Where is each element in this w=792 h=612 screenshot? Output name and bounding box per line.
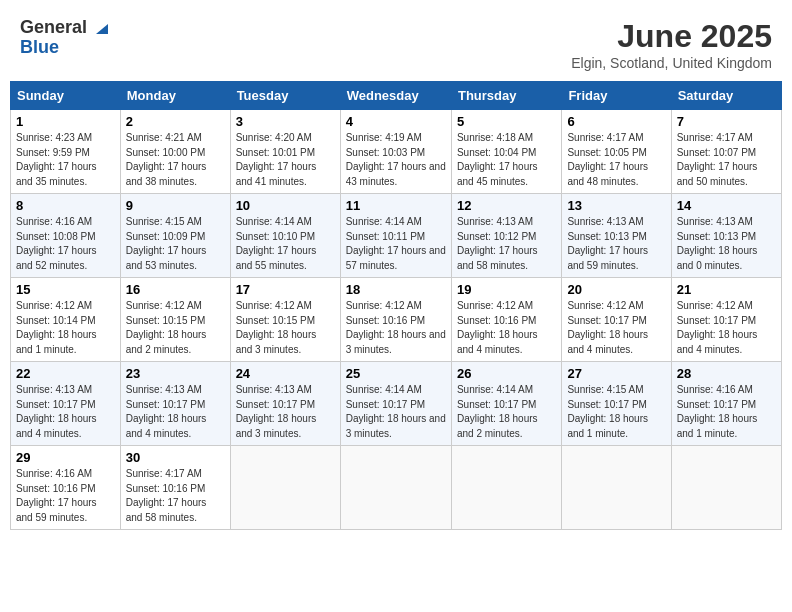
- day-info: Sunrise: 4:12 AMSunset: 10:16 PMDaylight…: [457, 299, 556, 357]
- day-info: Sunrise: 4:13 AMSunset: 10:13 PMDaylight…: [677, 215, 776, 273]
- calendar-cell: 18Sunrise: 4:12 AMSunset: 10:16 PMDaylig…: [340, 278, 451, 362]
- calendar-cell: 19Sunrise: 4:12 AMSunset: 10:16 PMDaylig…: [451, 278, 561, 362]
- calendar-cell: 26Sunrise: 4:14 AMSunset: 10:17 PMDaylig…: [451, 362, 561, 446]
- calendar-cell: 16Sunrise: 4:12 AMSunset: 10:15 PMDaylig…: [120, 278, 230, 362]
- day-number: 19: [457, 282, 556, 297]
- weekday-header-monday: Monday: [120, 82, 230, 110]
- day-info: Sunrise: 4:16 AMSunset: 10:16 PMDaylight…: [16, 467, 115, 525]
- weekday-header-wednesday: Wednesday: [340, 82, 451, 110]
- day-number: 24: [236, 366, 335, 381]
- day-info: Sunrise: 4:17 AMSunset: 10:07 PMDaylight…: [677, 131, 776, 189]
- calendar-cell: 24Sunrise: 4:13 AMSunset: 10:17 PMDaylig…: [230, 362, 340, 446]
- day-number: 27: [567, 366, 665, 381]
- day-number: 17: [236, 282, 335, 297]
- calendar-cell: 12Sunrise: 4:13 AMSunset: 10:12 PMDaylig…: [451, 194, 561, 278]
- calendar-cell: 6Sunrise: 4:17 AMSunset: 10:05 PMDayligh…: [562, 110, 671, 194]
- calendar-cell: [562, 446, 671, 530]
- day-number: 9: [126, 198, 225, 213]
- day-number: 4: [346, 114, 446, 129]
- calendar-cell: 9Sunrise: 4:15 AMSunset: 10:09 PMDayligh…: [120, 194, 230, 278]
- calendar-cell: 1Sunrise: 4:23 AMSunset: 9:59 PMDaylight…: [11, 110, 121, 194]
- day-info: Sunrise: 4:23 AMSunset: 9:59 PMDaylight:…: [16, 131, 115, 189]
- day-info: Sunrise: 4:14 AMSunset: 10:11 PMDaylight…: [346, 215, 446, 273]
- day-info: Sunrise: 4:16 AMSunset: 10:17 PMDaylight…: [677, 383, 776, 441]
- day-number: 13: [567, 198, 665, 213]
- day-number: 7: [677, 114, 776, 129]
- calendar-cell: 13Sunrise: 4:13 AMSunset: 10:13 PMDaylig…: [562, 194, 671, 278]
- day-info: Sunrise: 4:12 AMSunset: 10:15 PMDaylight…: [236, 299, 335, 357]
- logo-blue: Blue: [20, 38, 110, 58]
- day-number: 23: [126, 366, 225, 381]
- calendar: SundayMondayTuesdayWednesdayThursdayFrid…: [10, 81, 782, 530]
- day-info: Sunrise: 4:21 AMSunset: 10:00 PMDaylight…: [126, 131, 225, 189]
- day-number: 30: [126, 450, 225, 465]
- day-number: 26: [457, 366, 556, 381]
- day-info: Sunrise: 4:13 AMSunset: 10:17 PMDaylight…: [16, 383, 115, 441]
- day-info: Sunrise: 4:19 AMSunset: 10:03 PMDaylight…: [346, 131, 446, 189]
- calendar-cell: 8Sunrise: 4:16 AMSunset: 10:08 PMDayligh…: [11, 194, 121, 278]
- day-number: 5: [457, 114, 556, 129]
- calendar-cell: 30Sunrise: 4:17 AMSunset: 10:16 PMDaylig…: [120, 446, 230, 530]
- day-number: 15: [16, 282, 115, 297]
- calendar-cell: 25Sunrise: 4:14 AMSunset: 10:17 PMDaylig…: [340, 362, 451, 446]
- day-info: Sunrise: 4:16 AMSunset: 10:08 PMDaylight…: [16, 215, 115, 273]
- day-number: 3: [236, 114, 335, 129]
- day-info: Sunrise: 4:14 AMSunset: 10:17 PMDaylight…: [457, 383, 556, 441]
- day-info: Sunrise: 4:12 AMSunset: 10:16 PMDaylight…: [346, 299, 446, 357]
- day-number: 1: [16, 114, 115, 129]
- day-number: 28: [677, 366, 776, 381]
- day-info: Sunrise: 4:13 AMSunset: 10:17 PMDaylight…: [126, 383, 225, 441]
- calendar-cell: [230, 446, 340, 530]
- day-number: 29: [16, 450, 115, 465]
- calendar-cell: 2Sunrise: 4:21 AMSunset: 10:00 PMDayligh…: [120, 110, 230, 194]
- day-number: 21: [677, 282, 776, 297]
- calendar-cell: [451, 446, 561, 530]
- day-info: Sunrise: 4:17 AMSunset: 10:05 PMDaylight…: [567, 131, 665, 189]
- day-number: 8: [16, 198, 115, 213]
- day-number: 16: [126, 282, 225, 297]
- title-area: June 2025 Elgin, Scotland, United Kingdo…: [571, 18, 772, 71]
- day-number: 22: [16, 366, 115, 381]
- day-info: Sunrise: 4:15 AMSunset: 10:09 PMDaylight…: [126, 215, 225, 273]
- calendar-cell: 20Sunrise: 4:12 AMSunset: 10:17 PMDaylig…: [562, 278, 671, 362]
- day-number: 2: [126, 114, 225, 129]
- day-info: Sunrise: 4:12 AMSunset: 10:17 PMDaylight…: [677, 299, 776, 357]
- day-info: Sunrise: 4:18 AMSunset: 10:04 PMDaylight…: [457, 131, 556, 189]
- day-info: Sunrise: 4:13 AMSunset: 10:12 PMDaylight…: [457, 215, 556, 273]
- calendar-cell: 27Sunrise: 4:15 AMSunset: 10:17 PMDaylig…: [562, 362, 671, 446]
- calendar-cell: 28Sunrise: 4:16 AMSunset: 10:17 PMDaylig…: [671, 362, 781, 446]
- calendar-cell: 22Sunrise: 4:13 AMSunset: 10:17 PMDaylig…: [11, 362, 121, 446]
- calendar-cell: 11Sunrise: 4:14 AMSunset: 10:11 PMDaylig…: [340, 194, 451, 278]
- calendar-cell: 29Sunrise: 4:16 AMSunset: 10:16 PMDaylig…: [11, 446, 121, 530]
- header: General Blue June 2025 Elgin, Scotland, …: [10, 10, 782, 75]
- calendar-cell: 21Sunrise: 4:12 AMSunset: 10:17 PMDaylig…: [671, 278, 781, 362]
- day-info: Sunrise: 4:17 AMSunset: 10:16 PMDaylight…: [126, 467, 225, 525]
- logo-arrow-icon: [94, 20, 110, 36]
- calendar-cell: 5Sunrise: 4:18 AMSunset: 10:04 PMDayligh…: [451, 110, 561, 194]
- calendar-cell: 14Sunrise: 4:13 AMSunset: 10:13 PMDaylig…: [671, 194, 781, 278]
- month-title: June 2025: [571, 18, 772, 55]
- calendar-cell: 3Sunrise: 4:20 AMSunset: 10:01 PMDayligh…: [230, 110, 340, 194]
- weekday-header-tuesday: Tuesday: [230, 82, 340, 110]
- calendar-cell: 10Sunrise: 4:14 AMSunset: 10:10 PMDaylig…: [230, 194, 340, 278]
- day-number: 11: [346, 198, 446, 213]
- weekday-header-sunday: Sunday: [11, 82, 121, 110]
- day-number: 14: [677, 198, 776, 213]
- day-number: 10: [236, 198, 335, 213]
- calendar-cell: 4Sunrise: 4:19 AMSunset: 10:03 PMDayligh…: [340, 110, 451, 194]
- logo: General Blue: [20, 18, 110, 58]
- weekday-header-thursday: Thursday: [451, 82, 561, 110]
- day-number: 25: [346, 366, 446, 381]
- day-info: Sunrise: 4:14 AMSunset: 10:17 PMDaylight…: [346, 383, 446, 441]
- weekday-header-friday: Friday: [562, 82, 671, 110]
- calendar-cell: [671, 446, 781, 530]
- day-number: 20: [567, 282, 665, 297]
- day-info: Sunrise: 4:15 AMSunset: 10:17 PMDaylight…: [567, 383, 665, 441]
- location-title: Elgin, Scotland, United Kingdom: [571, 55, 772, 71]
- calendar-cell: [340, 446, 451, 530]
- calendar-cell: 7Sunrise: 4:17 AMSunset: 10:07 PMDayligh…: [671, 110, 781, 194]
- day-info: Sunrise: 4:14 AMSunset: 10:10 PMDaylight…: [236, 215, 335, 273]
- calendar-cell: 17Sunrise: 4:12 AMSunset: 10:15 PMDaylig…: [230, 278, 340, 362]
- day-number: 6: [567, 114, 665, 129]
- day-number: 12: [457, 198, 556, 213]
